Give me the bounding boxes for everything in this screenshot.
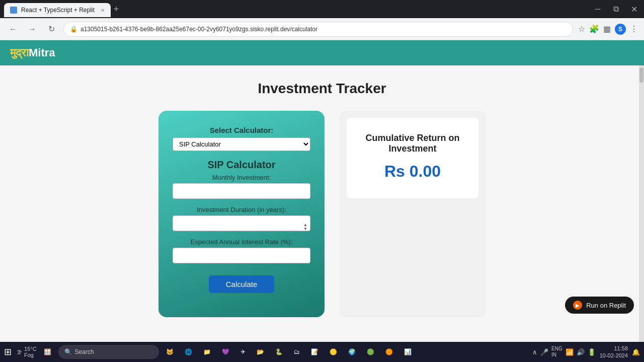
- result-card-outer: Cumulative Return on Investment Rs 0.00: [340, 111, 486, 317]
- tab-close-button[interactable]: ✕: [101, 8, 105, 13]
- tab-title: React + TypeScript + Replit: [21, 7, 95, 14]
- url-text: a1305015-b261-4376-be9b-862aa25e67ec-00-…: [80, 26, 317, 33]
- duration-input[interactable]: [173, 215, 310, 231]
- taskbar-app10[interactable]: 🟢: [363, 347, 378, 356]
- taskbar-taskview[interactable]: 🐱: [162, 347, 178, 356]
- address-bar: ← → ↻ 🔒 a1305015-b261-4376-be9b-862aa25e…: [0, 18, 644, 40]
- forward-button[interactable]: →: [25, 25, 39, 34]
- search-icon: 🔍: [64, 348, 72, 355]
- tray-lang[interactable]: ENGIN: [551, 346, 562, 358]
- taskbar-app2[interactable]: 💜: [218, 347, 233, 356]
- taskbar-app6[interactable]: 🗂: [290, 347, 304, 356]
- taskbar-app5[interactable]: 🐍: [271, 347, 287, 356]
- tray-icons: ∧ 🎤 ENGIN 📶 🔊 🔋: [532, 346, 596, 358]
- tray-battery[interactable]: 🔋: [588, 348, 596, 356]
- taskbar-app11[interactable]: 🟠: [381, 347, 397, 356]
- clock-date: 10-02-2024: [600, 352, 628, 359]
- tray-wifi[interactable]: 📶: [566, 348, 574, 356]
- taskbar-app3[interactable]: ✈: [236, 347, 250, 356]
- logo-hindi: मुद्रा: [10, 46, 29, 59]
- monthly-investment-input[interactable]: [173, 183, 310, 199]
- monthly-investment-label: Monthly Investment:: [173, 174, 310, 181]
- logo-mitra: Mitra: [29, 46, 55, 59]
- weather-condition: Fog: [24, 352, 37, 358]
- new-tab-button[interactable]: +: [114, 4, 119, 15]
- start-button[interactable]: ⊞: [4, 346, 12, 357]
- result-value: Rs 0.00: [357, 162, 468, 181]
- close-button[interactable]: ✕: [628, 5, 640, 14]
- interest-rate-label: Expected Annual Interest Rate (%):: [173, 238, 310, 246]
- select-calculator-label: Select Calculator:: [173, 126, 310, 134]
- tab-bar: React + TypeScript + Replit ✕ +: [4, 1, 119, 17]
- taskbar-tray: ∧ 🎤 ENGIN 📶 🔊 🔋 11:58 10-02-2024 🔔: [532, 345, 640, 359]
- tab-favicon: [10, 7, 17, 14]
- extensions-icon[interactable]: 🧩: [589, 24, 599, 34]
- result-label: Cumulative Return on Investment: [357, 133, 468, 154]
- taskbar-app12[interactable]: 📊: [400, 347, 416, 356]
- clock-time: 11:58: [600, 345, 628, 352]
- duration-label: Investment Duration (in years):: [173, 206, 310, 213]
- taskbar: ⊞ 🌫 15°C Fog 🪟 🔍 Search 🐱 🌐 📁 💜 ✈ 📂 🐍 🗂 …: [0, 342, 644, 362]
- content-row: Select Calculator: SIP Calculator Lumpsu…: [10, 111, 634, 317]
- tray-chevron[interactable]: ∧: [532, 348, 537, 356]
- toolbar-actions: ☆ 🧩 ▦ S ⋮: [578, 24, 638, 35]
- profile-button[interactable]: S: [615, 24, 626, 35]
- reload-button[interactable]: ↻: [44, 24, 58, 34]
- replit-icon: ▶: [573, 301, 582, 310]
- taskbar-app8[interactable]: 🟡: [326, 347, 341, 356]
- app-header: मुद्राMitra: [0, 40, 644, 65]
- interest-rate-input[interactable]: [173, 248, 310, 263]
- taskbar-app9[interactable]: 🌍: [344, 347, 360, 356]
- run-on-replit-button[interactable]: ▶ Run on Replit: [565, 297, 634, 314]
- taskbar-search[interactable]: 🔍 Search: [58, 345, 159, 359]
- taskbar-app1[interactable]: 📁: [199, 347, 215, 356]
- active-tab[interactable]: React + TypeScript + Replit ✕: [4, 3, 111, 17]
- search-placeholder: Search: [75, 348, 94, 355]
- spinner-arrows: ▲ ▼: [303, 223, 307, 231]
- notification-icon[interactable]: 🔔: [632, 348, 640, 356]
- weather-icon: 🌫: [17, 349, 22, 355]
- calculator-type-select[interactable]: SIP Calculator Lumpsum Calculator SWP Ca…: [173, 137, 310, 151]
- browser-titlebar: React + TypeScript + Replit ✕ + ─ ⧉ ✕: [0, 0, 644, 18]
- restore-button[interactable]: ⧉: [610, 5, 622, 14]
- main-content: Investment Tracker Select Calculator: SI…: [0, 65, 644, 342]
- calculator-card: Select Calculator: SIP Calculator Lumpsu…: [158, 111, 325, 317]
- bookmark-icon[interactable]: ☆: [578, 24, 585, 34]
- taskbar-windows-icon[interactable]: 🪟: [40, 347, 55, 356]
- scroll-thumb[interactable]: [639, 67, 643, 83]
- taskbar-clock[interactable]: 11:58 10-02-2024: [600, 345, 628, 359]
- sidebar-icon[interactable]: ▦: [603, 24, 611, 34]
- weather-widget: 🌫 15°C Fog: [17, 346, 37, 358]
- back-button[interactable]: ←: [6, 25, 20, 34]
- taskbar-chrome[interactable]: 🌐: [181, 347, 196, 356]
- window-controls: ─ ⧉ ✕: [592, 5, 640, 14]
- scrollbar[interactable]: [639, 65, 644, 342]
- url-bar[interactable]: 🔒 a1305015-b261-4376-be9b-862aa25e67ec-0…: [63, 22, 573, 37]
- calculate-button[interactable]: Calculate: [209, 275, 274, 293]
- result-card-inner: Cumulative Return on Investment Rs 0.00: [347, 118, 478, 198]
- replit-btn-label: Run on Replit: [586, 302, 626, 309]
- app-area: मुद्राMitra Investment Tracker Select Ca…: [0, 40, 644, 342]
- page-title: Investment Tracker: [10, 81, 634, 97]
- tray-volume[interactable]: 🔊: [577, 348, 585, 356]
- taskbar-app4[interactable]: 📂: [253, 347, 268, 356]
- minimize-button[interactable]: ─: [592, 5, 604, 14]
- logo: मुद्राMitra: [10, 46, 55, 59]
- lock-icon: 🔒: [70, 26, 77, 33]
- menu-icon[interactable]: ⋮: [630, 24, 638, 34]
- calculator-type-title: SIP Calculator: [173, 159, 310, 171]
- tray-mic[interactable]: 🎤: [540, 348, 548, 356]
- weather-temp: 15°C: [24, 346, 37, 352]
- taskbar-app7[interactable]: 📝: [307, 347, 323, 356]
- duration-input-wrapper: ▲ ▼: [173, 215, 310, 238]
